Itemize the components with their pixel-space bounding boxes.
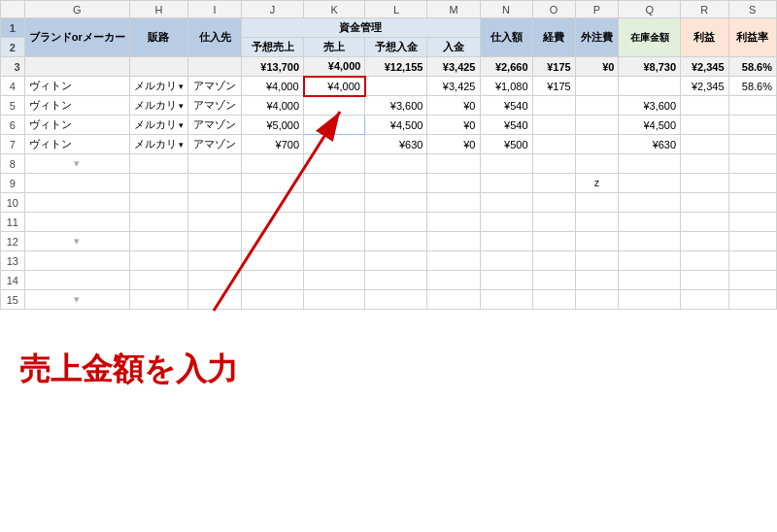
total-profit-pct: 58.6%: [728, 57, 776, 77]
expected-deposit-header: 予想入金: [365, 38, 427, 57]
r1-profit-pct[interactable]: 58.6%: [728, 77, 776, 96]
r1-extra[interactable]: [575, 77, 619, 96]
col-n-header[interactable]: N: [480, 1, 532, 18]
inventory-header: 在庫金額: [619, 18, 681, 57]
r2-cost[interactable]: ¥540: [480, 96, 532, 116]
data-row-3[interactable]: 6 ヴィトン メルカリ アマゾン ¥5,000 ¥4,500 ¥0 ¥540 ¥…: [1, 116, 777, 135]
total-deposit: ¥3,425: [427, 57, 480, 77]
r4-actual-sales[interactable]: [304, 135, 365, 154]
r2-profit[interactable]: [681, 96, 728, 116]
r1-shipping[interactable]: ¥175: [532, 77, 575, 96]
r3-shipping[interactable]: [532, 116, 575, 135]
r3-inventory[interactable]: ¥4,500: [619, 116, 681, 135]
col-i-header[interactable]: I: [188, 1, 242, 18]
col-q-header[interactable]: Q: [619, 1, 681, 18]
r3-cost[interactable]: ¥540: [480, 116, 532, 135]
col-s-header[interactable]: S: [728, 1, 776, 18]
r3-expected-deposit[interactable]: ¥4,500: [365, 116, 427, 135]
r1-channel[interactable]: メルカリ: [129, 77, 188, 96]
data-row-1[interactable]: 4 ヴィトン メルカリ アマゾン ¥4,000 ¥4,000 ¥3,425 ¥1…: [1, 77, 777, 96]
empty-row-8: 8 ▾: [1, 154, 777, 174]
total-supplier: [188, 57, 242, 77]
total-channel: [129, 57, 188, 77]
r3-extra[interactable]: [575, 116, 619, 135]
fund-mgmt-header: 資金管理: [242, 18, 480, 38]
r4-extra[interactable]: [575, 135, 619, 154]
total-profit: ¥2,345: [681, 57, 728, 77]
row-5-num: 5: [1, 96, 25, 116]
r3-expected-sales[interactable]: ¥5,000: [242, 116, 304, 135]
r1-profit[interactable]: ¥2,345: [681, 77, 728, 96]
r2-shipping[interactable]: [532, 96, 575, 116]
empty-row-12: 12 ▾: [1, 232, 777, 251]
r2-expected-sales[interactable]: ¥4,000: [242, 96, 304, 116]
spreadsheet: G H I J K L M N O P Q R S 1 ブランドorメーカー 販…: [0, 0, 777, 532]
r1-expected-sales[interactable]: ¥4,000: [242, 77, 304, 96]
r4-shipping[interactable]: [532, 135, 575, 154]
col-p-header[interactable]: P: [575, 1, 619, 18]
r2-brand[interactable]: ヴィトン: [24, 96, 129, 116]
sales-channel-header: 販路: [129, 18, 188, 57]
col-j-header[interactable]: J: [242, 1, 304, 18]
r4-supplier[interactable]: アマゾン: [188, 135, 242, 154]
supplier-header: 仕入先: [188, 18, 242, 57]
empty-row-10: 10: [1, 193, 777, 213]
r4-deposit[interactable]: ¥0: [427, 135, 480, 154]
r3-profit-pct[interactable]: [728, 116, 776, 135]
total-expected-deposit: ¥12,155: [365, 57, 427, 77]
total-expected-sales: ¥13,700: [242, 57, 304, 77]
col-g-header[interactable]: G: [24, 1, 129, 18]
col-h-header[interactable]: H: [129, 1, 188, 18]
r1-supplier[interactable]: アマゾン: [188, 77, 242, 96]
r4-expected-deposit[interactable]: ¥630: [365, 135, 427, 154]
r2-channel[interactable]: メルカリ: [129, 96, 188, 116]
column-letters-row: G H I J K L M N O P Q R S: [1, 1, 777, 18]
r3-deposit[interactable]: ¥0: [427, 116, 480, 135]
empty-row-15: 15 ▾: [1, 290, 777, 310]
r3-actual-sales[interactable]: [304, 116, 365, 135]
r4-profit-pct[interactable]: [728, 135, 776, 154]
data-row-2[interactable]: 5 ヴィトン メルカリ アマゾン ¥4,000 ¥3,600 ¥0 ¥540 ¥…: [1, 96, 777, 116]
col-k-header[interactable]: K: [304, 1, 365, 18]
r2-extra[interactable]: [575, 96, 619, 116]
row-6-num: 6: [1, 116, 25, 135]
r1-actual-sales[interactable]: ¥4,000: [304, 77, 365, 96]
empty-row-11: 11: [1, 213, 777, 232]
profit-pct-header: 利益率: [728, 18, 776, 57]
r4-inventory[interactable]: ¥630: [619, 135, 681, 154]
r2-deposit[interactable]: ¥0: [427, 96, 480, 116]
r4-profit[interactable]: [681, 135, 728, 154]
data-row-4[interactable]: 7 ヴィトン メルカリ アマゾン ¥700 ¥630 ¥0 ¥500 ¥630: [1, 135, 777, 154]
r4-expected-sales[interactable]: ¥700: [242, 135, 304, 154]
r2-expected-deposit[interactable]: ¥3,600: [365, 96, 427, 116]
r2-actual-sales[interactable]: [304, 96, 365, 116]
col-r-header[interactable]: R: [681, 1, 728, 18]
r2-profit-pct[interactable]: [728, 96, 776, 116]
r3-profit[interactable]: [681, 116, 728, 135]
col-l-header[interactable]: L: [365, 1, 427, 18]
extra-header: 外注費: [575, 18, 619, 57]
r1-cost[interactable]: ¥1,080: [480, 77, 532, 96]
r1-brand[interactable]: ヴィトン: [24, 77, 129, 96]
row-7-num: 7: [1, 135, 25, 154]
r3-brand[interactable]: ヴィトン: [24, 116, 129, 135]
r4-brand[interactable]: ヴィトン: [24, 135, 129, 154]
total-inventory: ¥8,730: [619, 57, 681, 77]
actual-sales-header: 売上: [304, 38, 365, 57]
r1-deposit[interactable]: ¥3,425: [427, 77, 480, 96]
main-table: G H I J K L M N O P Q R S 1 ブランドorメーカー 販…: [0, 0, 777, 310]
r2-supplier[interactable]: アマゾン: [188, 96, 242, 116]
r1-inventory[interactable]: [619, 77, 681, 96]
row-4-num: 4: [1, 77, 25, 96]
r4-cost[interactable]: ¥500: [480, 135, 532, 154]
row-2-num: 2: [1, 38, 25, 57]
r4-channel[interactable]: メルカリ: [129, 135, 188, 154]
r1-expected-deposit[interactable]: [365, 77, 427, 96]
col-m-header[interactable]: M: [427, 1, 480, 18]
r2-inventory[interactable]: ¥3,600: [619, 96, 681, 116]
col-o-header[interactable]: O: [532, 1, 575, 18]
r3-supplier[interactable]: アマゾン: [188, 116, 242, 135]
annotation-text: 売上金額を入力: [19, 349, 238, 391]
empty-row-13: 13: [1, 251, 777, 271]
r3-channel[interactable]: メルカリ: [129, 116, 188, 135]
